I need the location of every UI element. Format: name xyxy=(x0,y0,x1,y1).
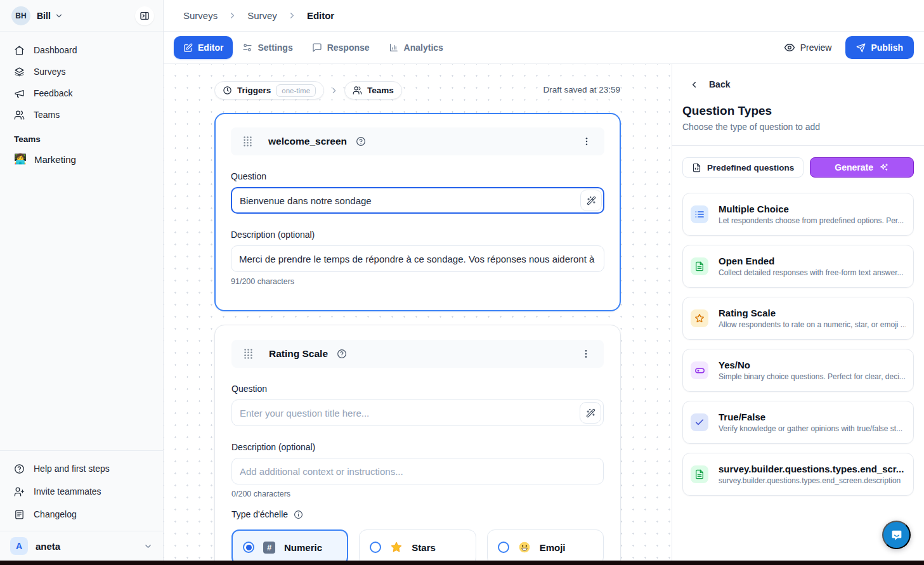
kebab-menu-icon[interactable] xyxy=(579,133,594,150)
chat-support-button[interactable] xyxy=(882,521,911,549)
chevron-left-icon xyxy=(689,80,699,89)
help-circle-icon[interactable] xyxy=(356,136,366,146)
sidebar-item-changelog[interactable]: Changelog xyxy=(0,503,163,526)
ai-rewrite-button[interactable] xyxy=(580,190,602,211)
question-type-open-ended[interactable]: Open Ended Collect detailed responses wi… xyxy=(682,245,914,288)
question-type-end-screen[interactable]: survey.builder.questions.types.end_scr..… xyxy=(682,453,914,496)
sidebar-collapse-button[interactable] xyxy=(135,6,154,25)
triggers-chip[interactable]: Triggers one-time xyxy=(214,81,324,100)
sidebar-nav: Dashboard Surveys Feedback Teams xyxy=(0,39,163,126)
file-code-icon xyxy=(692,163,701,172)
sidebar-team-marketing[interactable]: 👩‍💻 Marketing xyxy=(0,148,163,171)
breadcrumb-survey[interactable]: Survey xyxy=(247,10,277,21)
sidebar-item-label: Changelog xyxy=(34,509,77,519)
publish-button[interactable]: Publish xyxy=(845,36,914,59)
sidebar-item-label: Dashboard xyxy=(34,45,77,55)
users-icon xyxy=(14,110,25,120)
question-type-description: Verify knowledge or gather opinions with… xyxy=(719,424,902,433)
breadcrumb: Surveys Survey Editor xyxy=(164,0,924,32)
preview-button[interactable]: Preview xyxy=(784,42,832,53)
predefined-questions-button[interactable]: Predefined questions xyxy=(682,157,804,178)
sidebar-item-invite[interactable]: Invite teammates xyxy=(0,480,163,503)
user-name[interactable]: Bill xyxy=(37,11,51,21)
team-label: Marketing xyxy=(34,154,76,165)
back-button[interactable]: Back xyxy=(689,79,914,89)
question-type-title: True/False xyxy=(719,412,902,422)
tab-label: Analytics xyxy=(404,42,443,53)
list-icon xyxy=(691,205,708,223)
layers-icon xyxy=(14,67,25,77)
question-description-input[interactable] xyxy=(231,245,604,272)
kebab-menu-icon[interactable] xyxy=(578,346,594,362)
file-text-icon xyxy=(691,465,708,483)
question-types-panel: Back Question Types Choose the type of q… xyxy=(672,64,924,565)
radio-unselected[interactable] xyxy=(370,542,381,553)
panel-subtitle: Choose the type of question to add xyxy=(682,122,914,132)
tab-label: Settings xyxy=(257,42,292,53)
chevron-down-icon[interactable] xyxy=(55,11,63,20)
sidebar-item-label: Teams xyxy=(34,110,60,120)
chevron-right-icon xyxy=(330,86,339,95)
description-label: Description (optional) xyxy=(231,442,604,452)
org-name: aneta xyxy=(36,541,60,552)
org-avatar: A xyxy=(10,537,28,555)
question-title-input[interactable] xyxy=(231,187,604,214)
woman-technologist-emoji: 👩‍💻 xyxy=(14,154,27,164)
scale-option-emoji[interactable]: Emoji xyxy=(487,529,604,565)
question-description-input[interactable] xyxy=(231,458,604,484)
org-switcher[interactable]: A aneta xyxy=(0,531,163,561)
question-type-description: Let respondents choose from predefined o… xyxy=(719,216,904,225)
question-card-welcome-screen[interactable]: welcome_screen Question Description (opt… xyxy=(214,113,621,311)
magic-wand-icon xyxy=(587,196,596,205)
drag-handle-icon[interactable] xyxy=(242,347,255,361)
scale-option-numeric[interactable]: # Numeric xyxy=(231,529,348,565)
teams-chip[interactable]: Teams xyxy=(344,81,402,100)
chat-bubble-icon xyxy=(312,42,322,53)
question-type-rating-scale[interactable]: Rating Scale Allow respondents to rate o… xyxy=(682,297,914,340)
tab-analytics[interactable]: Analytics xyxy=(379,36,453,59)
breadcrumb-editor: Editor xyxy=(307,10,334,21)
scale-type-label: Type d'échelle xyxy=(231,509,288,519)
sidebar-item-dashboard[interactable]: Dashboard xyxy=(0,39,163,61)
user-avatar[interactable]: BH xyxy=(11,6,30,25)
radio-selected[interactable] xyxy=(243,542,254,553)
sidebar-header: BH Bill xyxy=(0,0,163,32)
question-card-title: welcome_screen xyxy=(268,136,347,147)
question-type-yes-no[interactable]: Yes/No Simple binary choice questions. P… xyxy=(682,349,914,392)
tab-settings[interactable]: Settings xyxy=(233,36,302,59)
sidebar-item-feedback[interactable]: Feedback xyxy=(0,82,163,104)
sidebar-item-teams[interactable]: Teams xyxy=(0,104,163,126)
sidebar-item-label: Surveys xyxy=(34,67,66,77)
teams-section-header: Teams xyxy=(0,134,163,144)
question-type-true-false[interactable]: True/False Verify knowledge or gather op… xyxy=(682,401,914,444)
clock-icon xyxy=(223,86,232,95)
draft-status: Draft saved at 23:59 xyxy=(543,85,620,94)
scale-option-stars[interactable]: Stars xyxy=(359,529,476,565)
magic-wand-icon xyxy=(586,408,595,418)
question-card-rating-scale[interactable]: Rating Scale Question Description (optio… xyxy=(214,325,621,565)
sidebar-item-surveys[interactable]: Surveys xyxy=(0,61,163,82)
check-icon xyxy=(691,413,708,431)
scale-option-label: Emoji xyxy=(540,542,566,553)
chevron-right-icon xyxy=(287,11,297,20)
panel-title: Question Types xyxy=(682,104,914,118)
radio-unselected[interactable] xyxy=(498,542,509,553)
breadcrumb-surveys[interactable]: Surveys xyxy=(183,10,218,21)
help-circle-icon[interactable] xyxy=(337,349,347,359)
sidebar-item-help[interactable]: Help and first steps xyxy=(0,457,163,480)
char-count: 91/200 characters xyxy=(231,277,604,286)
drag-handle-icon[interactable] xyxy=(241,134,254,148)
tab-editor[interactable]: Editor xyxy=(174,36,233,59)
home-icon xyxy=(14,45,25,56)
question-type-description: Allow respondents to rate on a numeric, … xyxy=(719,320,906,329)
question-type-multiple-choice[interactable]: Multiple Choice Let respondents choose f… xyxy=(682,193,914,236)
question-title-input[interactable] xyxy=(231,399,604,426)
ai-rewrite-button[interactable] xyxy=(580,402,601,424)
generate-button[interactable]: Generate xyxy=(810,157,914,178)
eye-icon xyxy=(784,42,795,53)
smiley-emoji-icon xyxy=(518,541,531,554)
question-label: Question xyxy=(231,384,604,394)
info-icon[interactable] xyxy=(294,510,303,519)
chevron-right-icon xyxy=(228,11,237,20)
tab-response[interactable]: Response xyxy=(303,36,379,59)
